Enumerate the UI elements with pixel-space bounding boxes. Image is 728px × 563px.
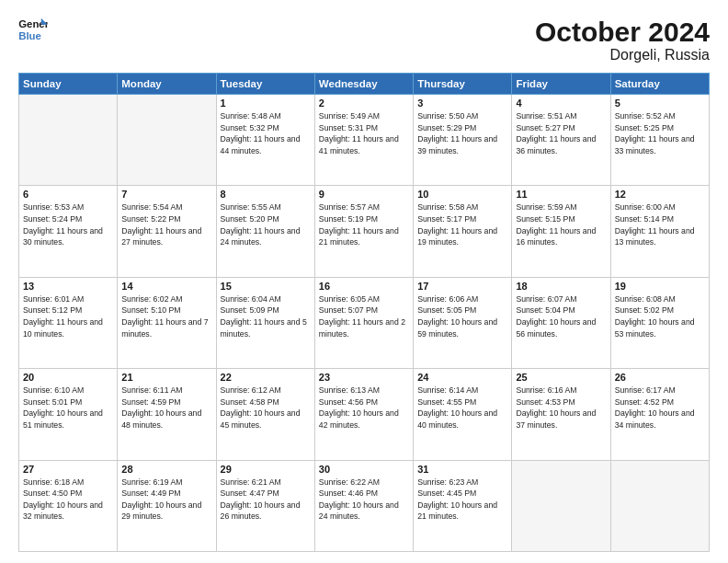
day-number: 30 xyxy=(319,464,409,475)
calendar-row: 27Sunrise: 6:18 AM Sunset: 4:50 PM Dayli… xyxy=(19,460,710,551)
calendar-header: SundayMondayTuesdayWednesdayThursdayFrid… xyxy=(19,74,710,95)
day-number: 21 xyxy=(121,372,211,383)
calendar-cell: 27Sunrise: 6:18 AM Sunset: 4:50 PM Dayli… xyxy=(19,460,118,551)
calendar-cell: 19Sunrise: 6:08 AM Sunset: 5:02 PM Dayli… xyxy=(610,277,709,368)
calendar-cell: 2Sunrise: 5:49 AM Sunset: 5:31 PM Daylig… xyxy=(314,95,413,186)
day-info: Sunrise: 6:23 AM Sunset: 4:45 PM Dayligh… xyxy=(417,477,507,523)
day-info: Sunrise: 5:52 AM Sunset: 5:25 PM Dayligh… xyxy=(615,110,705,156)
calendar-cell: 23Sunrise: 6:13 AM Sunset: 4:56 PM Dayli… xyxy=(314,369,413,460)
calendar-cell: 16Sunrise: 6:05 AM Sunset: 5:07 PM Dayli… xyxy=(314,277,413,368)
weekday-header: Monday xyxy=(118,74,216,95)
day-number: 27 xyxy=(23,464,113,475)
day-info: Sunrise: 6:22 AM Sunset: 4:46 PM Dayligh… xyxy=(319,477,409,523)
day-number: 2 xyxy=(319,98,409,109)
calendar-subtitle: Dorgeli, Russia xyxy=(535,47,710,63)
calendar-cell: 28Sunrise: 6:19 AM Sunset: 4:49 PM Dayli… xyxy=(118,460,216,551)
day-number: 6 xyxy=(23,189,113,200)
day-number: 23 xyxy=(319,372,409,383)
calendar-cell: 10Sunrise: 5:58 AM Sunset: 5:17 PM Dayli… xyxy=(414,186,512,277)
day-number: 15 xyxy=(221,281,311,292)
day-info: Sunrise: 5:49 AM Sunset: 5:31 PM Dayligh… xyxy=(319,110,409,156)
calendar-row: 1Sunrise: 5:48 AM Sunset: 5:32 PM Daylig… xyxy=(19,95,710,186)
calendar-cell: 12Sunrise: 6:00 AM Sunset: 5:14 PM Dayli… xyxy=(610,186,709,277)
weekday-header: Thursday xyxy=(414,74,512,95)
day-number: 22 xyxy=(221,372,311,383)
day-info: Sunrise: 6:10 AM Sunset: 5:01 PM Dayligh… xyxy=(23,385,113,431)
calendar-cell: 29Sunrise: 6:21 AM Sunset: 4:47 PM Dayli… xyxy=(216,460,314,551)
day-number: 20 xyxy=(23,372,113,383)
day-number: 24 xyxy=(417,372,507,383)
day-info: Sunrise: 6:19 AM Sunset: 4:49 PM Dayligh… xyxy=(121,477,211,523)
calendar-cell: 9Sunrise: 5:57 AM Sunset: 5:19 PM Daylig… xyxy=(314,186,413,277)
day-info: Sunrise: 6:14 AM Sunset: 4:55 PM Dayligh… xyxy=(417,385,507,431)
calendar-row: 6Sunrise: 5:53 AM Sunset: 5:24 PM Daylig… xyxy=(19,186,710,277)
day-info: Sunrise: 6:18 AM Sunset: 4:50 PM Dayligh… xyxy=(23,477,113,523)
calendar-cell: 17Sunrise: 6:06 AM Sunset: 5:05 PM Dayli… xyxy=(414,277,512,368)
logo-icon: General Blue xyxy=(18,17,48,42)
calendar-cell: 13Sunrise: 6:01 AM Sunset: 5:12 PM Dayli… xyxy=(19,277,118,368)
calendar-table: SundayMondayTuesdayWednesdayThursdayFrid… xyxy=(18,73,710,552)
day-number: 10 xyxy=(417,189,507,200)
day-info: Sunrise: 6:12 AM Sunset: 4:58 PM Dayligh… xyxy=(221,385,311,431)
calendar-cell: 11Sunrise: 5:59 AM Sunset: 5:15 PM Dayli… xyxy=(512,186,610,277)
day-number: 28 xyxy=(121,464,211,475)
calendar-cell xyxy=(118,95,216,186)
day-info: Sunrise: 6:04 AM Sunset: 5:09 PM Dayligh… xyxy=(221,293,311,339)
day-number: 1 xyxy=(221,98,311,109)
calendar-cell xyxy=(19,95,118,186)
calendar-cell: 1Sunrise: 5:48 AM Sunset: 5:32 PM Daylig… xyxy=(216,95,314,186)
day-number: 25 xyxy=(516,372,606,383)
calendar-cell: 30Sunrise: 6:22 AM Sunset: 4:46 PM Dayli… xyxy=(314,460,413,551)
calendar-cell: 25Sunrise: 6:16 AM Sunset: 4:53 PM Dayli… xyxy=(512,369,610,460)
day-number: 14 xyxy=(121,281,211,292)
day-number: 16 xyxy=(319,281,409,292)
day-info: Sunrise: 6:02 AM Sunset: 5:10 PM Dayligh… xyxy=(121,293,211,339)
calendar-cell: 31Sunrise: 6:23 AM Sunset: 4:45 PM Dayli… xyxy=(414,460,512,551)
calendar-cell: 8Sunrise: 5:55 AM Sunset: 5:20 PM Daylig… xyxy=(216,186,314,277)
calendar-cell: 26Sunrise: 6:17 AM Sunset: 4:52 PM Dayli… xyxy=(610,369,709,460)
calendar-body: 1Sunrise: 5:48 AM Sunset: 5:32 PM Daylig… xyxy=(19,95,710,552)
day-number: 19 xyxy=(615,281,705,292)
day-info: Sunrise: 5:50 AM Sunset: 5:29 PM Dayligh… xyxy=(417,110,507,156)
day-info: Sunrise: 5:51 AM Sunset: 5:27 PM Dayligh… xyxy=(516,110,606,156)
day-info: Sunrise: 5:48 AM Sunset: 5:32 PM Dayligh… xyxy=(221,110,311,156)
day-number: 4 xyxy=(516,98,606,109)
day-number: 7 xyxy=(121,189,211,200)
day-info: Sunrise: 6:16 AM Sunset: 4:53 PM Dayligh… xyxy=(516,385,606,431)
calendar-row: 20Sunrise: 6:10 AM Sunset: 5:01 PM Dayli… xyxy=(19,369,710,460)
day-info: Sunrise: 6:07 AM Sunset: 5:04 PM Dayligh… xyxy=(516,293,606,339)
day-info: Sunrise: 6:05 AM Sunset: 5:07 PM Dayligh… xyxy=(319,293,409,339)
header: General Blue October 2024 Dorgeli, Russi… xyxy=(18,17,710,63)
calendar-cell: 20Sunrise: 6:10 AM Sunset: 5:01 PM Dayli… xyxy=(19,369,118,460)
calendar-cell: 24Sunrise: 6:14 AM Sunset: 4:55 PM Dayli… xyxy=(414,369,512,460)
day-info: Sunrise: 5:54 AM Sunset: 5:22 PM Dayligh… xyxy=(121,201,211,247)
day-info: Sunrise: 6:13 AM Sunset: 4:56 PM Dayligh… xyxy=(319,385,409,431)
day-info: Sunrise: 6:11 AM Sunset: 4:59 PM Dayligh… xyxy=(121,385,211,431)
weekday-header: Friday xyxy=(512,74,610,95)
calendar-cell: 3Sunrise: 5:50 AM Sunset: 5:29 PM Daylig… xyxy=(414,95,512,186)
day-info: Sunrise: 5:58 AM Sunset: 5:17 PM Dayligh… xyxy=(417,201,507,247)
day-info: Sunrise: 5:57 AM Sunset: 5:19 PM Dayligh… xyxy=(319,201,409,247)
day-info: Sunrise: 6:06 AM Sunset: 5:05 PM Dayligh… xyxy=(417,293,507,339)
calendar-cell: 7Sunrise: 5:54 AM Sunset: 5:22 PM Daylig… xyxy=(118,186,216,277)
calendar-cell xyxy=(610,460,709,551)
title-block: October 2024 Dorgeli, Russia xyxy=(535,17,710,63)
calendar-cell xyxy=(512,460,610,551)
calendar-cell: 18Sunrise: 6:07 AM Sunset: 5:04 PM Dayli… xyxy=(512,277,610,368)
calendar-cell: 6Sunrise: 5:53 AM Sunset: 5:24 PM Daylig… xyxy=(19,186,118,277)
day-number: 26 xyxy=(615,372,705,383)
day-number: 17 xyxy=(417,281,507,292)
day-info: Sunrise: 6:01 AM Sunset: 5:12 PM Dayligh… xyxy=(23,293,113,339)
calendar-row: 13Sunrise: 6:01 AM Sunset: 5:12 PM Dayli… xyxy=(19,277,710,368)
calendar-cell: 21Sunrise: 6:11 AM Sunset: 4:59 PM Dayli… xyxy=(118,369,216,460)
day-info: Sunrise: 5:53 AM Sunset: 5:24 PM Dayligh… xyxy=(23,201,113,247)
day-info: Sunrise: 5:59 AM Sunset: 5:15 PM Dayligh… xyxy=(516,201,606,247)
calendar-cell: 22Sunrise: 6:12 AM Sunset: 4:58 PM Dayli… xyxy=(216,369,314,460)
page: General Blue October 2024 Dorgeli, Russi… xyxy=(0,0,728,563)
day-info: Sunrise: 6:21 AM Sunset: 4:47 PM Dayligh… xyxy=(221,477,311,523)
day-number: 5 xyxy=(615,98,705,109)
svg-text:Blue: Blue xyxy=(18,30,41,41)
weekday-header: Tuesday xyxy=(216,74,314,95)
calendar-cell: 15Sunrise: 6:04 AM Sunset: 5:09 PM Dayli… xyxy=(216,277,314,368)
calendar-cell: 14Sunrise: 6:02 AM Sunset: 5:10 PM Dayli… xyxy=(118,277,216,368)
